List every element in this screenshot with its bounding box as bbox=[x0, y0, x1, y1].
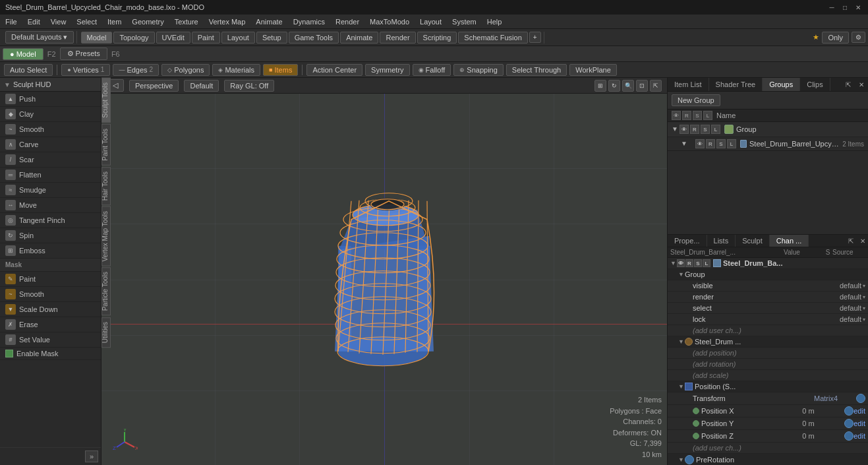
default-shading-button[interactable]: Default bbox=[184, 80, 219, 92]
eye-icon-3[interactable]: S bbox=[693, 111, 702, 120]
rpanel-expand-icon[interactable]: ⇱ bbox=[842, 79, 855, 90]
prop-row-group[interactable]: ▼ Group bbox=[668, 269, 868, 280]
menu-system[interactable]: System bbox=[447, 16, 482, 27]
close-button[interactable]: ✕ bbox=[854, 3, 863, 12]
model-mode-button[interactable]: Model bbox=[81, 32, 113, 44]
viewport-icon-4[interactable]: ⊡ bbox=[636, 80, 648, 92]
group-eye-3[interactable]: S bbox=[701, 125, 710, 134]
group-expand-arrow[interactable]: ▼ bbox=[672, 125, 680, 133]
sub-eye-3[interactable]: S bbox=[716, 139, 726, 148]
game-tools-mode-button[interactable]: Game Tools bbox=[289, 32, 339, 44]
only-button[interactable]: Only bbox=[822, 32, 849, 44]
add-mode-button[interactable]: + bbox=[529, 32, 541, 43]
menu-item[interactable]: Item bbox=[102, 16, 127, 27]
transform-indicator[interactable] bbox=[856, 394, 865, 403]
enable-mask-checkbox[interactable] bbox=[5, 350, 13, 357]
action-center-button[interactable]: Action Center bbox=[306, 64, 362, 76]
menu-select[interactable]: Select bbox=[71, 16, 102, 27]
eye-icon-4[interactable]: L bbox=[703, 111, 712, 120]
tool-smooth[interactable]: ~ Smooth bbox=[0, 122, 101, 137]
prop-row-transform[interactable]: Transform Matrix4 bbox=[668, 392, 868, 405]
menu-help[interactable]: Help bbox=[482, 16, 507, 27]
menu-layout[interactable]: Layout bbox=[415, 16, 447, 27]
prop-lock-value[interactable]: default ▾ bbox=[840, 315, 865, 323]
workplane-button[interactable]: WorkPlane bbox=[569, 64, 617, 76]
new-group-button[interactable]: New Group bbox=[672, 94, 720, 106]
tool-flatten[interactable]: ═ Flatten bbox=[0, 168, 101, 183]
model-tab[interactable]: ● Model bbox=[3, 48, 43, 60]
props-tab-sculpt[interactable]: Sculpt bbox=[736, 235, 770, 247]
root-vis-2[interactable]: R bbox=[685, 259, 693, 267]
pos-y-radio[interactable] bbox=[693, 420, 699, 427]
prop-row-prerotation-section[interactable]: ▼ PreRotation bbox=[668, 454, 868, 465]
sub-eye-4[interactable]: L bbox=[727, 139, 736, 148]
prop-render-value[interactable]: default ▾ bbox=[840, 293, 865, 301]
prop-visible-value[interactable]: default ▾ bbox=[840, 282, 865, 290]
menu-geometry[interactable]: Geometry bbox=[127, 16, 169, 27]
paint-mode-button[interactable]: Paint bbox=[192, 32, 220, 44]
root-vis-4[interactable]: L bbox=[703, 259, 710, 267]
scripting-mode-button[interactable]: Scripting bbox=[417, 32, 457, 44]
pos-x-radio[interactable] bbox=[693, 408, 699, 414]
prop-pos-x-edit[interactable]: edit bbox=[854, 407, 865, 415]
sculpt-tools-tab[interactable]: Sculpt Tools bbox=[101, 78, 111, 123]
prop-pos-z-edit[interactable]: edit bbox=[854, 432, 865, 440]
menu-vertex-map[interactable]: Vertex Map bbox=[204, 16, 251, 27]
prop-row-visible[interactable]: visible default ▾ bbox=[668, 280, 868, 292]
prop-select-value[interactable]: default ▾ bbox=[840, 304, 865, 312]
tool-push[interactable]: ▲ Push bbox=[0, 92, 101, 107]
vertex-map-tools-tab[interactable]: Vertex Map Tools bbox=[101, 206, 111, 266]
prop-row-render[interactable]: render default ▾ bbox=[668, 292, 868, 303]
tool-spin[interactable]: ↻ Spin bbox=[0, 228, 101, 243]
menu-animate[interactable]: Animate bbox=[250, 16, 287, 27]
tool-carve[interactable]: ∧ Carve bbox=[0, 137, 101, 152]
gear-button[interactable]: ⚙ bbox=[852, 32, 865, 43]
utilities-tab[interactable]: Utilities bbox=[101, 317, 111, 348]
sub-eye-1[interactable]: 👁 bbox=[695, 139, 705, 148]
select-through-button[interactable]: Select Through bbox=[506, 64, 567, 76]
default-layouts-button[interactable]: Default Layouts ▾ bbox=[5, 31, 74, 44]
props-tab-channels[interactable]: Chan ... bbox=[770, 235, 809, 247]
menu-max-to-modo[interactable]: MaxToModo bbox=[364, 16, 415, 27]
rpanel-close-icon[interactable]: ✕ bbox=[855, 79, 868, 90]
render-mode-button[interactable]: Render bbox=[380, 32, 415, 44]
tool-emboss[interactable]: ⊞ Emboss bbox=[0, 243, 101, 259]
rpanel-tab-shader-tree[interactable]: Shader Tree bbox=[709, 78, 763, 91]
menu-texture[interactable]: Texture bbox=[169, 16, 204, 27]
root-vis-3[interactable]: S bbox=[694, 259, 702, 267]
uvedit-mode-button[interactable]: UVEdit bbox=[156, 32, 190, 44]
rpanel-tab-clips[interactable]: Clips bbox=[800, 78, 830, 91]
prop-row-add-position[interactable]: (add position) bbox=[668, 348, 868, 359]
eye-icon-2[interactable]: R bbox=[682, 111, 691, 120]
props-expand-icon[interactable]: ⇱ bbox=[846, 236, 856, 246]
viewport-canvas[interactable]: 2 Items Polygons : Face Channels: 0 Defo… bbox=[101, 94, 667, 465]
prop-row-select[interactable]: select default ▾ bbox=[668, 303, 868, 314]
prop-pos-y-edit[interactable]: edit bbox=[854, 419, 865, 427]
viewport-icon-1[interactable]: ⊞ bbox=[594, 80, 606, 92]
prop-row-steel-drum[interactable]: ▼ Steel_Drum ... bbox=[668, 336, 868, 348]
sub-expand-arrow[interactable]: ▼ bbox=[681, 140, 689, 148]
particle-tools-tab[interactable]: Particle Tools bbox=[101, 267, 111, 315]
prop-row-add-ch-1[interactable]: (add user ch...) bbox=[668, 325, 868, 336]
tool-erase[interactable]: ✗ Erase bbox=[0, 317, 101, 332]
layout-mode-button[interactable]: Layout bbox=[221, 32, 255, 44]
prop-row-add-rotation[interactable]: (add rotation) bbox=[668, 359, 868, 370]
presets-tab[interactable]: ⚙ Presets bbox=[60, 47, 107, 60]
setup-mode-button[interactable]: Setup bbox=[256, 32, 287, 44]
symmetry-button[interactable]: Symmetry bbox=[365, 64, 410, 76]
menu-file[interactable]: File bbox=[0, 16, 22, 27]
prop-row-pos-z[interactable]: Position Z 0 m edit bbox=[668, 430, 868, 443]
tool-scale-down[interactable]: ▼ Scale Down bbox=[0, 302, 101, 317]
menu-edit[interactable]: Edit bbox=[22, 16, 45, 27]
prop-row-position-section[interactable]: ▼ Position (S... bbox=[668, 381, 868, 392]
eye-icon-1[interactable]: 👁 bbox=[672, 111, 681, 120]
snapping-button[interactable]: ⊕ Snapping bbox=[453, 64, 504, 76]
prop-row-add-scale[interactable]: (add scale) bbox=[668, 370, 868, 381]
prop-row-lock[interactable]: lock default ▾ bbox=[668, 314, 868, 325]
tool-mask-paint[interactable]: ✎ Paint bbox=[0, 272, 101, 287]
maximize-button[interactable]: □ bbox=[840, 3, 850, 12]
rpanel-tab-item-list[interactable]: Item List bbox=[668, 78, 709, 91]
edges-button[interactable]: — Edges 2 bbox=[113, 64, 159, 76]
tool-mask-smooth[interactable]: ~ Smooth bbox=[0, 287, 101, 302]
viewport-icon-2[interactable]: ↻ bbox=[608, 80, 620, 92]
